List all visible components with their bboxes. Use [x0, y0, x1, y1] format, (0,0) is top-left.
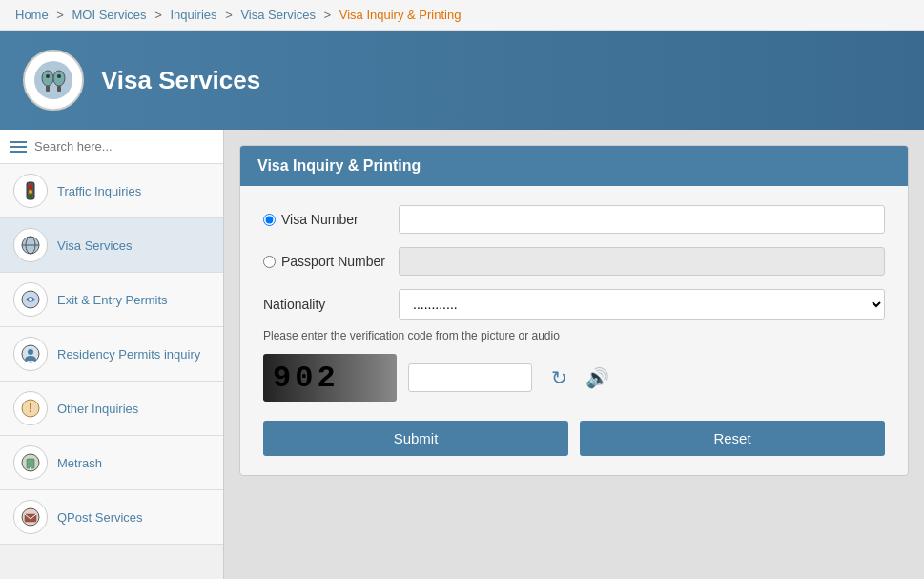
sidebar-item-exit-entry[interactable]: Exit & Entry Permits [0, 273, 223, 327]
sidebar-label-metrash: Metrash [57, 456, 102, 470]
content-area: Visa Inquiry & Printing Visa Number Pass… [224, 130, 924, 579]
breadcrumb-home[interactable]: Home [15, 8, 49, 22]
captcha-hint: Please enter the verification code from … [263, 329, 885, 342]
form-actions: Submit Reset [263, 421, 885, 456]
reset-button[interactable]: Reset [580, 421, 885, 456]
form-card-body: Visa Number Passport Number Nationality [240, 186, 908, 475]
svg-point-15 [29, 298, 32, 301]
svg-point-9 [29, 190, 32, 194]
header-icon [23, 50, 84, 111]
visa-number-radio[interactable] [263, 214, 276, 226]
sidebar-item-traffic[interactable]: Traffic Inquiries [0, 164, 223, 218]
svg-point-17 [28, 349, 33, 355]
passport-number-label: Passport Number [263, 254, 387, 269]
breadcrumb-current: Visa Inquiry & Printing [339, 8, 462, 22]
submit-button[interactable]: Submit [263, 421, 568, 456]
svg-rect-3 [46, 86, 50, 92]
svg-text:!: ! [29, 402, 32, 415]
svg-rect-21 [27, 459, 34, 468]
form-card-header: Visa Inquiry & Printing [240, 146, 908, 186]
header-banner: Visa Services [0, 31, 924, 130]
visa-icon [13, 228, 48, 262]
captcha-code: 902 [273, 361, 339, 396]
sidebar-label-qpost: QPost Services [57, 510, 143, 525]
sidebar-label-exit-entry: Exit & Entry Permits [57, 293, 168, 307]
traffic-icon [13, 174, 48, 208]
visa-number-input[interactable] [399, 205, 885, 234]
svg-point-6 [57, 74, 61, 78]
qpost-icon [13, 500, 48, 534]
visa-number-label: Visa Number [263, 212, 387, 227]
header-title: Visa Services [101, 66, 260, 95]
residency-icon [13, 337, 48, 371]
nationality-label: Nationality [263, 297, 387, 312]
sidebar-search-bar [0, 130, 223, 164]
hamburger-menu[interactable] [10, 141, 27, 153]
svg-point-10 [29, 195, 32, 198]
main-layout: Traffic Inquiries Visa Services [0, 130, 924, 579]
breadcrumb: Home > MOI Services > Inquiries > Visa S… [0, 0, 924, 31]
captcha-refresh-button[interactable]: ↻ [544, 362, 574, 393]
sidebar-label-visa: Visa Services [57, 238, 133, 253]
nationality-row: Nationality ............ Qatari Saudi Eg… [263, 289, 885, 320]
form-card: Visa Inquiry & Printing Visa Number Pass… [239, 145, 909, 476]
sidebar-item-metrash[interactable]: Metrash [0, 436, 223, 490]
captcha-input[interactable] [408, 363, 532, 392]
passport-number-radio[interactable] [263, 256, 276, 268]
svg-point-22 [30, 467, 31, 469]
nationality-select[interactable]: ............ Qatari Saudi Egyptian India… [399, 289, 885, 320]
other-inquiries-icon: ! [13, 391, 48, 425]
sidebar-label-other: Other Inquiries [57, 402, 138, 416]
breadcrumb-visa-services[interactable]: Visa Services [240, 8, 316, 22]
captcha-row: 902 ↻ 🔊 [263, 354, 885, 402]
sidebar-item-qpost[interactable]: QPost Services [0, 490, 223, 545]
passport-number-row: Passport Number [263, 247, 885, 276]
passport-number-input[interactable] [399, 247, 885, 276]
breadcrumb-moi-services[interactable]: MOI Services [72, 8, 147, 22]
sidebar-label-residency: Residency Permits inquiry [57, 347, 200, 362]
sidebar: Traffic Inquiries Visa Services [0, 130, 224, 579]
sidebar-item-visa[interactable]: Visa Services [0, 218, 223, 273]
breadcrumb-inquiries[interactable]: Inquiries [170, 8, 216, 22]
captcha-icons: ↻ 🔊 [544, 362, 612, 393]
captcha-image: 902 [263, 354, 397, 402]
svg-point-8 [29, 185, 32, 189]
sidebar-item-residency[interactable]: Residency Permits inquiry [0, 327, 223, 382]
svg-point-5 [46, 74, 50, 78]
svg-rect-4 [57, 86, 61, 92]
sidebar-label-traffic: Traffic Inquiries [57, 184, 141, 198]
search-input[interactable] [34, 139, 214, 154]
sidebar-item-other[interactable]: ! Other Inquiries [0, 382, 223, 436]
metrash-icon [13, 445, 48, 480]
captcha-audio-button[interactable]: 🔊 [582, 362, 612, 393]
visa-number-row: Visa Number [263, 205, 885, 234]
exit-entry-icon [13, 282, 48, 317]
